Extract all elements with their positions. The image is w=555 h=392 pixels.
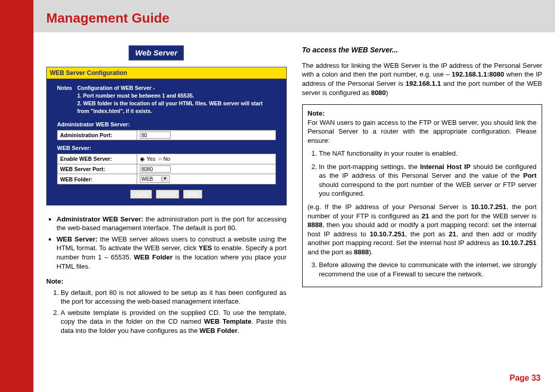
list-item: A website template is provided on the su… bbox=[61, 308, 287, 335]
columns: Web Server WEB Server Configuration Note… bbox=[33, 32, 555, 342]
config-screenshot: Web Server WEB Server Configuration Note… bbox=[46, 45, 287, 206]
config-body: Notes Configuration of WEB Server - 1. P… bbox=[47, 79, 286, 204]
note-text: ). bbox=[369, 248, 373, 256]
back-button[interactable]: Back bbox=[183, 190, 203, 199]
page-title: Management Guide bbox=[46, 10, 542, 26]
port-label: WEB Server Port: bbox=[58, 164, 137, 174]
enable-label: Enable WEB Server: bbox=[58, 154, 137, 164]
chevron-down-icon: ▼ bbox=[161, 176, 168, 182]
list-item: Before allowing the device to communicat… bbox=[319, 260, 537, 278]
folder-cell: WEB ▼ bbox=[137, 174, 276, 184]
note-text: , the port as bbox=[405, 230, 449, 238]
inline-bold: WEB Folder bbox=[199, 327, 237, 334]
note-text: and the port as bbox=[308, 248, 354, 256]
config-ui: WEB Server Configuration Notes Configura… bbox=[46, 67, 287, 206]
inline-bold: 8080 bbox=[371, 89, 386, 97]
admin-port-cell: 80 bbox=[137, 130, 276, 140]
yes-label: Yes bbox=[146, 156, 155, 162]
note-text: For WAN users to gain access to the FTP … bbox=[308, 119, 537, 144]
admin-table: Administration Port: 80 bbox=[57, 130, 276, 140]
note-text: . bbox=[237, 327, 239, 334]
folder-label: WEB Folder: bbox=[58, 174, 137, 184]
column-left: Web Server WEB Server Configuration Note… bbox=[46, 45, 287, 337]
left-red-sidebar bbox=[0, 0, 33, 392]
inline-bold: Port bbox=[523, 172, 536, 179]
page-number: Page 33 bbox=[510, 374, 541, 383]
button-row: Apply Cancel Back bbox=[57, 190, 276, 199]
list-item: By default, port 80 is not allowed to be… bbox=[61, 288, 287, 306]
table-row: WEB Server Port: 8080 bbox=[58, 164, 276, 174]
inline-bold: 21 bbox=[449, 230, 456, 238]
para-text: ) bbox=[386, 89, 388, 97]
note-heading: Note: bbox=[308, 109, 325, 117]
note-heading: Note: bbox=[46, 277, 287, 286]
inline-bold: 192.168.1.1 bbox=[405, 80, 441, 87]
radio-no[interactable]: ○ bbox=[158, 156, 163, 162]
page-wrap: Management Guide Web Server WEB Server C… bbox=[0, 0, 555, 392]
web-server-tab: Web Server bbox=[128, 45, 184, 61]
bullet-list: Administrator WEB Server: the administra… bbox=[46, 215, 287, 271]
radio-yes[interactable]: ◉ bbox=[140, 156, 146, 162]
web-section-label: WEB Server: bbox=[57, 144, 276, 152]
list-item: Administrator WEB Server: the administra… bbox=[57, 215, 287, 233]
table-row: WEB Folder: WEB ▼ bbox=[58, 174, 276, 184]
list-item: In the port-mapping settings, the Intern… bbox=[319, 162, 537, 198]
web-table: Enable WEB Server: ◉ Yes ○ No WEB Server… bbox=[57, 154, 276, 184]
config-panel-header: WEB Server Configuration bbox=[47, 67, 286, 79]
no-label: No bbox=[163, 156, 170, 162]
note-box-list: The NAT functionality in your router is … bbox=[308, 149, 537, 198]
inline-bold: WEB Folder bbox=[134, 253, 173, 261]
note-box: Note: For WAN users to gain access to th… bbox=[302, 104, 543, 287]
list-item: WEB Server: the WEB server allows users … bbox=[57, 235, 287, 271]
table-row: Administration Port: 80 bbox=[58, 130, 276, 140]
paragraph: (e.g. If the IP address of your Personal… bbox=[308, 202, 537, 256]
port-cell: 8080 bbox=[137, 164, 276, 174]
left-note-list: By default, port 80 is not allowed to be… bbox=[46, 288, 287, 335]
inline-bold: 8888 bbox=[354, 248, 369, 256]
note-box-list-cont: Before allowing the device to communicat… bbox=[308, 260, 537, 278]
bullet-bold: Administrator WEB Server: bbox=[57, 215, 143, 223]
bullet-bold: WEB Server: bbox=[57, 235, 98, 243]
section-subhead: To access the WEB Server... bbox=[302, 45, 543, 55]
enable-cell: ◉ Yes ○ No bbox=[137, 154, 276, 164]
inline-bold: YES bbox=[198, 244, 212, 252]
apply-button[interactable]: Apply bbox=[130, 190, 152, 199]
inline-bold: 10.10.7.251 bbox=[501, 239, 536, 247]
paragraph: The address for linking the WEB Server i… bbox=[302, 61, 543, 97]
note-text: and the port for the WEB server is bbox=[429, 212, 536, 220]
inline-bold: WEB Template bbox=[204, 318, 251, 325]
notes-label: Notes bbox=[57, 84, 72, 115]
content-area: Management Guide Web Server WEB Server C… bbox=[33, 0, 555, 392]
table-row: Enable WEB Server: ◉ Yes ○ No bbox=[58, 154, 276, 164]
column-right: To access the WEB Server... The address … bbox=[302, 45, 543, 337]
note-text: In the port-mapping settings, the bbox=[319, 163, 420, 171]
cancel-button[interactable]: Cancel bbox=[156, 190, 179, 199]
list-item: The NAT functionality in your router is … bbox=[319, 149, 537, 158]
header-band: Management Guide bbox=[33, 0, 555, 32]
inline-bold: Internal Host IP bbox=[420, 163, 470, 171]
folder-select[interactable]: WEB ▼ bbox=[140, 175, 170, 183]
admin-port-label: Administration Port: bbox=[58, 130, 137, 140]
inline-bold: 192.168.1.1:8080 bbox=[452, 70, 504, 78]
folder-value: WEB bbox=[141, 176, 153, 183]
inline-bold: 10.10.7.251 bbox=[370, 230, 405, 238]
note-text: (e.g. If the IP address of your Personal… bbox=[308, 203, 471, 211]
inline-bold: 8888 bbox=[308, 221, 323, 229]
note-text: should correspond to the port number of … bbox=[319, 181, 537, 198]
inline-bold: 10.10.7.251 bbox=[471, 203, 507, 211]
admin-section-label: Administrator WEB Server: bbox=[57, 121, 276, 128]
admin-port-input[interactable]: 80 bbox=[140, 132, 171, 139]
port-input[interactable]: 8080 bbox=[140, 165, 171, 173]
inline-bold: 21 bbox=[422, 212, 429, 220]
config-notes: Notes Configuration of WEB Server - 1. P… bbox=[57, 84, 276, 115]
notes-text: Configuration of WEB Server - 1. Port nu… bbox=[77, 84, 275, 115]
